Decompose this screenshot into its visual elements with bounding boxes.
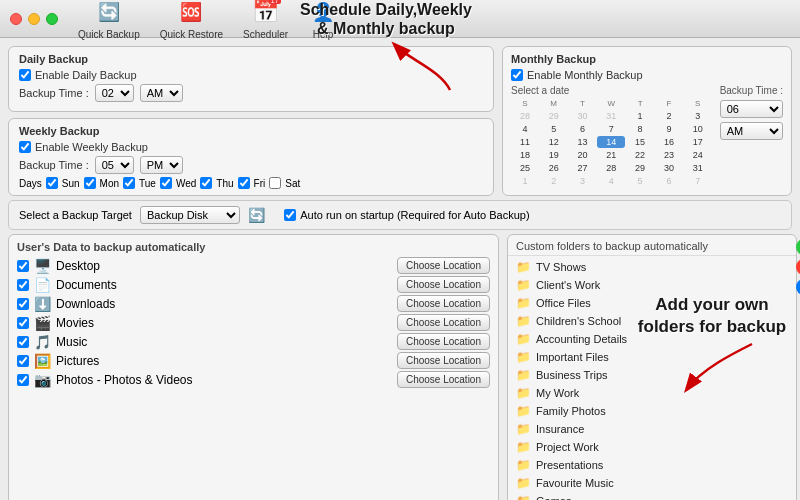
cal-day-6n[interactable]: 6 bbox=[655, 175, 683, 187]
cal-day-24[interactable]: 24 bbox=[684, 149, 712, 161]
cal-day-13[interactable]: 13 bbox=[569, 136, 597, 148]
enable-weekly-backup-checkbox[interactable]: Enable Weekly Backup bbox=[19, 141, 148, 153]
desktop-choose-btn[interactable]: Choose Location bbox=[397, 257, 490, 274]
photos-choose-btn[interactable]: Choose Location bbox=[397, 371, 490, 388]
cal-day-25[interactable]: 25 bbox=[511, 162, 539, 174]
day-fri[interactable]: Fri bbox=[238, 177, 266, 189]
list-item: 📁Favourite Music bbox=[508, 474, 796, 492]
cal-day-10[interactable]: 10 bbox=[684, 123, 712, 135]
music-choose-btn[interactable]: Choose Location bbox=[397, 333, 490, 350]
enable-weekly-cb[interactable] bbox=[19, 141, 31, 153]
cal-day-11[interactable]: 11 bbox=[511, 136, 539, 148]
annotation-right-line2: folders for backup bbox=[638, 317, 786, 336]
info-icon-btn[interactable]: i bbox=[796, 279, 800, 295]
backup-target-label: Select a Backup Target bbox=[19, 209, 132, 221]
scheduler-label: Scheduler bbox=[243, 29, 288, 40]
monthly-ampm-select[interactable]: AMPM bbox=[720, 122, 783, 140]
cal-day-31p[interactable]: 31 bbox=[597, 110, 625, 122]
backup-target-select[interactable]: Backup Disk bbox=[140, 206, 240, 224]
pictures-cb[interactable] bbox=[17, 355, 29, 367]
auto-run-checkbox[interactable]: Auto run on startup (Required for Auto B… bbox=[284, 209, 529, 221]
enable-monthly-backup-checkbox[interactable]: Enable Monthly Backup bbox=[511, 69, 643, 81]
cal-day-1n[interactable]: 1 bbox=[511, 175, 539, 187]
cal-day-21[interactable]: 21 bbox=[597, 149, 625, 161]
cal-day-15[interactable]: 15 bbox=[626, 136, 654, 148]
movies-cb[interactable] bbox=[17, 317, 29, 329]
day-sat[interactable]: Sat bbox=[269, 177, 300, 189]
daily-backup-section: Daily Backup Enable Daily Backup Backup … bbox=[8, 46, 494, 112]
cal-day-5n[interactable]: 5 bbox=[626, 175, 654, 187]
cal-header-t1: T bbox=[569, 98, 597, 109]
cal-day-27[interactable]: 27 bbox=[569, 162, 597, 174]
monthly-backup-section: Monthly Backup Enable Monthly Backup Sel… bbox=[502, 46, 792, 196]
cal-day-4[interactable]: 4 bbox=[511, 123, 539, 135]
photos-cb[interactable] bbox=[17, 374, 29, 386]
cal-day-29p[interactable]: 29 bbox=[540, 110, 568, 122]
toolbar-quick-backup[interactable]: 🔄 Quick Backup bbox=[78, 0, 140, 40]
cal-day-1[interactable]: 1 bbox=[626, 110, 654, 122]
cal-day-8[interactable]: 8 bbox=[626, 123, 654, 135]
daily-ampm-select[interactable]: AM PM bbox=[140, 84, 183, 102]
cal-day-28p[interactable]: 28 bbox=[511, 110, 539, 122]
cal-day-2n[interactable]: 2 bbox=[540, 175, 568, 187]
toolbar-scheduler[interactable]: 📅 17 Scheduler bbox=[243, 0, 288, 40]
day-wed[interactable]: Wed bbox=[160, 177, 196, 189]
folder-icon: 📁 bbox=[516, 476, 531, 490]
pictures-choose-btn[interactable]: Choose Location bbox=[397, 352, 490, 369]
desktop-cb[interactable] bbox=[17, 260, 29, 272]
enable-monthly-cb[interactable] bbox=[511, 69, 523, 81]
cal-day-20[interactable]: 20 bbox=[569, 149, 597, 161]
cal-day-29[interactable]: 29 bbox=[626, 162, 654, 174]
day-tue[interactable]: Tue bbox=[123, 177, 156, 189]
folder-icon: 📁 bbox=[516, 458, 531, 472]
enable-daily-cb[interactable] bbox=[19, 69, 31, 81]
cal-day-9[interactable]: 9 bbox=[655, 123, 683, 135]
close-button[interactable] bbox=[10, 13, 22, 25]
cal-day-23[interactable]: 23 bbox=[655, 149, 683, 161]
cal-day-18[interactable]: 18 bbox=[511, 149, 539, 161]
cal-day-7n[interactable]: 7 bbox=[684, 175, 712, 187]
documents-cb[interactable] bbox=[17, 279, 29, 291]
day-mon[interactable]: Mon bbox=[84, 177, 119, 189]
cal-day-4n[interactable]: 4 bbox=[597, 175, 625, 187]
list-item: 🎵 Music Choose Location bbox=[17, 333, 490, 350]
cal-day-3n[interactable]: 3 bbox=[569, 175, 597, 187]
cal-day-26[interactable]: 26 bbox=[540, 162, 568, 174]
minimize-button[interactable] bbox=[28, 13, 40, 25]
enable-daily-backup-checkbox[interactable]: Enable Daily Backup bbox=[19, 69, 137, 81]
cal-header-t2: T bbox=[626, 98, 654, 109]
refresh-icon[interactable]: 🔄 bbox=[248, 207, 265, 223]
cal-day-19[interactable]: 19 bbox=[540, 149, 568, 161]
weekly-hour-select[interactable]: 05 bbox=[95, 156, 134, 174]
cal-day-22[interactable]: 22 bbox=[626, 149, 654, 161]
left-panel: Daily Backup Enable Daily Backup Backup … bbox=[8, 46, 494, 196]
downloads-cb[interactable] bbox=[17, 298, 29, 310]
cal-day-30p[interactable]: 30 bbox=[569, 110, 597, 122]
documents-choose-btn[interactable]: Choose Location bbox=[397, 276, 490, 293]
daily-hour-select[interactable]: 02 bbox=[95, 84, 134, 102]
toolbar-quick-restore[interactable]: 🆘 Quick Restore bbox=[160, 0, 223, 40]
movies-choose-btn[interactable]: Choose Location bbox=[397, 314, 490, 331]
downloads-choose-btn[interactable]: Choose Location bbox=[397, 295, 490, 312]
weekly-ampm-select[interactable]: AM PM bbox=[140, 156, 183, 174]
list-item: 🖥️ Desktop Choose Location bbox=[17, 257, 490, 274]
music-cb[interactable] bbox=[17, 336, 29, 348]
monthly-hour-select[interactable]: 06 bbox=[720, 100, 783, 118]
cal-day-16[interactable]: 16 bbox=[655, 136, 683, 148]
cal-day-6[interactable]: 6 bbox=[569, 123, 597, 135]
cal-day-14-selected[interactable]: 14 bbox=[597, 136, 625, 148]
add-icon-btn[interactable]: + bbox=[796, 239, 800, 255]
maximize-button[interactable] bbox=[46, 13, 58, 25]
remove-icon-btn[interactable]: ✕ bbox=[796, 259, 800, 275]
cal-day-7[interactable]: 7 bbox=[597, 123, 625, 135]
cal-day-17[interactable]: 17 bbox=[684, 136, 712, 148]
day-thu[interactable]: Thu bbox=[200, 177, 233, 189]
cal-day-5[interactable]: 5 bbox=[540, 123, 568, 135]
cal-day-31[interactable]: 31 bbox=[684, 162, 712, 174]
day-sun[interactable]: Sun bbox=[46, 177, 80, 189]
cal-day-2[interactable]: 2 bbox=[655, 110, 683, 122]
cal-day-30[interactable]: 30 bbox=[655, 162, 683, 174]
cal-day-12[interactable]: 12 bbox=[540, 136, 568, 148]
cal-day-3[interactable]: 3 bbox=[684, 110, 712, 122]
cal-day-28[interactable]: 28 bbox=[597, 162, 625, 174]
